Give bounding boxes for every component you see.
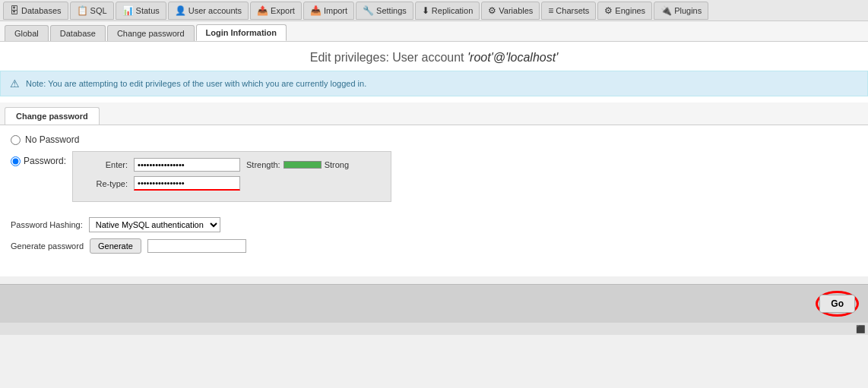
nav-import[interactable]: 📥 Import: [303, 2, 354, 20]
import-icon: 📥: [310, 5, 322, 16]
variables-icon: ⚙: [488, 5, 496, 16]
password-section: Enter: Strength: Strong Re-type:: [72, 151, 391, 202]
tab-bar: Global Database Change password Login In…: [0, 21, 868, 42]
form-area: No Password Password: Enter: Strength: S…: [0, 125, 868, 269]
strength-bar: [284, 161, 322, 169]
export-icon: 📤: [257, 5, 268, 16]
tab-change-password[interactable]: Change password: [107, 25, 195, 41]
nav-sql[interactable]: 📋 SQL: [70, 2, 114, 20]
go-button[interactable]: Go: [819, 295, 855, 313]
hashing-row: Password Hashing: Native MySQL authentic…: [11, 217, 857, 232]
nav-charsets[interactable]: ≡ Charsets: [541, 2, 596, 20]
status-icon: 📊: [122, 5, 134, 16]
nav-status[interactable]: 📊 Status: [116, 2, 166, 20]
page-title: Edit privileges: User account 'root'@'lo…: [0, 42, 868, 71]
bottom-bar: Go: [0, 284, 868, 323]
engines-icon: ⚙: [604, 5, 613, 16]
section-tab-change-password[interactable]: Change password: [5, 107, 100, 125]
hashing-select[interactable]: Native MySQL authentication SHA256 authe…: [89, 217, 220, 232]
notice-box: ⚠ Note: You are attempting to edit privi…: [0, 71, 868, 96]
plugins-icon: 🔌: [661, 5, 672, 16]
section-tabs: Change password: [0, 103, 868, 125]
replication-icon: ⬇: [422, 5, 429, 16]
settings-icon: 🔧: [363, 5, 374, 16]
top-nav: 🗄 Databases 📋 SQL 📊 Status 👤 User accoun…: [0, 0, 868, 21]
user-accounts-icon: 👤: [175, 5, 186, 16]
retype-row: Re-type:: [82, 176, 382, 191]
no-password-radio[interactable]: [11, 135, 21, 145]
resize-icon: ⬛: [856, 325, 865, 333]
nav-databases[interactable]: 🗄 Databases: [3, 2, 68, 20]
nav-export[interactable]: 📤 Export: [250, 2, 302, 20]
no-password-label: No Password: [25, 134, 79, 145]
strength-bar-wrap: Strength: Strong: [246, 160, 349, 169]
enter-row: Enter: Strength: Strong: [82, 158, 382, 172]
tab-database[interactable]: Database: [50, 25, 106, 41]
charsets-icon: ≡: [548, 5, 553, 16]
main-content: Edit privileges: User account 'root'@'lo…: [0, 42, 868, 276]
retype-label: Re-type:: [82, 179, 128, 188]
nav-variables[interactable]: ⚙ Variables: [481, 2, 540, 20]
generated-password-input[interactable]: [147, 239, 246, 253]
generate-row: Generate password Generate: [11, 238, 857, 254]
tab-global[interactable]: Global: [5, 25, 49, 41]
nav-engines[interactable]: ⚙ Engines: [597, 2, 652, 20]
nav-plugins[interactable]: 🔌 Plugins: [654, 2, 708, 20]
hashing-label: Password Hashing:: [11, 220, 83, 229]
strength-label: Strength:: [246, 160, 280, 169]
password-radio[interactable]: [11, 156, 21, 166]
nav-settings[interactable]: 🔧 Settings: [356, 2, 413, 20]
enter-label: Enter:: [82, 160, 128, 169]
strong-label: Strong: [325, 160, 349, 169]
generate-label: Generate password: [11, 241, 84, 251]
resize-handle: ⬛: [0, 323, 868, 335]
retype-input[interactable]: [134, 176, 240, 191]
password-option-label: Password:: [24, 156, 66, 166]
no-password-option: No Password: [11, 134, 857, 145]
warning-icon: ⚠: [10, 77, 20, 90]
sql-icon: 📋: [77, 5, 88, 16]
databases-icon: 🗄: [10, 5, 19, 16]
generate-button[interactable]: Generate: [90, 238, 141, 254]
enter-input[interactable]: [134, 158, 240, 172]
nav-replication[interactable]: ⬇ Replication: [415, 2, 480, 20]
tab-login-information[interactable]: Login Information: [196, 24, 287, 41]
nav-user-accounts[interactable]: 👤 User accounts: [168, 2, 249, 20]
go-button-wrap: Go: [816, 291, 859, 317]
